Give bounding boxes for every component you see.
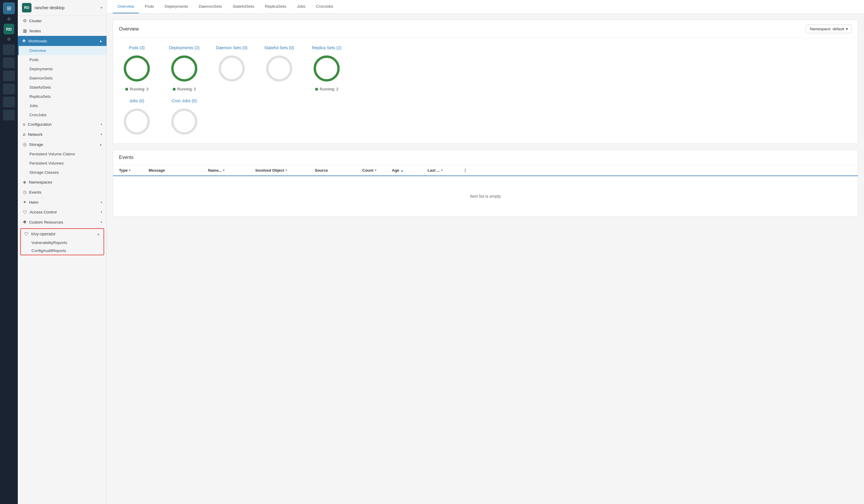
- tab-pods[interactable]: Pods: [140, 0, 159, 13]
- events-table-header: Type ▾ Message Name... ▾ Involved Object…: [113, 165, 858, 176]
- replicasets-circle: [312, 54, 341, 83]
- workload-replicasets: Replica Sets (2) Running: 2: [309, 45, 345, 91]
- tab-daemonsets[interactable]: DaemonSets: [194, 0, 227, 13]
- th-type[interactable]: Type ▾: [119, 168, 149, 173]
- sidebar-item-deployments[interactable]: Deployments: [18, 64, 107, 74]
- statefulsets-link[interactable]: Stateful Sets (0): [264, 45, 294, 50]
- tab-deployments[interactable]: Deployments: [160, 0, 193, 13]
- trivy-shield-icon: 🛡: [24, 231, 29, 236]
- th-name[interactable]: Name... ▾: [208, 168, 255, 173]
- tab-statefulsets[interactable]: StatefulSets: [228, 0, 259, 13]
- sidebar-item-config-audit-reports[interactable]: ConfigAuditReports: [21, 247, 104, 255]
- tab-overview[interactable]: Overview: [113, 0, 139, 13]
- sidebar-item-label: Namespaces: [29, 180, 52, 184]
- sidebar-item-cluster[interactable]: ⚙ Cluster: [18, 16, 107, 26]
- sidebar-item-label: Network: [28, 132, 43, 137]
- jobs-link[interactable]: Jobs (0): [129, 98, 144, 103]
- pods-link[interactable]: Pods (3): [129, 45, 145, 50]
- replicasets-status-dot: [315, 88, 318, 91]
- sidebar-item-jobs[interactable]: Jobs: [18, 101, 107, 110]
- sidebar-item-storage-classes[interactable]: Storage Classes: [18, 168, 107, 177]
- deployments-link[interactable]: Deployments (2): [169, 45, 200, 50]
- namespace-dropdown-icon: ▾: [846, 27, 848, 31]
- sidebar-item-configuration[interactable]: ≡ Configuration ▾: [18, 120, 107, 129]
- sidebar-item-namespaces[interactable]: ◈ Namespaces: [18, 177, 107, 187]
- sidebar-item-custom-resources[interactable]: ✱ Custom Resources ▾: [18, 217, 107, 227]
- namespace-dropdown[interactable]: Namespace: default ▾: [806, 25, 852, 33]
- sidebar-item-label: Helm: [29, 200, 38, 205]
- configuration-caret-icon: ▾: [100, 122, 103, 126]
- tab-jobs[interactable]: Jobs: [292, 0, 310, 13]
- svg-point-3: [172, 57, 196, 80]
- sidebar-item-nodes[interactable]: ▦ Nodes: [18, 26, 107, 36]
- sidebar-item-statefulsets[interactable]: StatefulSets: [18, 83, 107, 92]
- workloads-grid: Pods (3) Running: 3 Deployments (2): [113, 38, 858, 98]
- sidebar-item-events[interactable]: ◷ Events: [18, 187, 107, 197]
- sidebar-item-storage[interactable]: ◎ Storage ▲: [18, 139, 107, 149]
- sidebar-dropdown-icon[interactable]: ▾: [100, 5, 103, 10]
- events-title: Events: [113, 150, 858, 165]
- tab-replicasets[interactable]: ReplicaSets: [260, 0, 291, 13]
- sidebar-placeholder-4: [3, 84, 15, 94]
- storage-icon: ◎: [23, 142, 27, 147]
- events-panel: Events Type ▾ Message Name... ▾ Involved…: [113, 150, 858, 217]
- workload-deployments: Deployments (2) Running: 2: [166, 45, 202, 91]
- th-age[interactable]: Age ▲: [392, 168, 428, 173]
- th-involved-object[interactable]: Involved Object ▾: [255, 168, 315, 173]
- th-name-sort-icon: ▾: [223, 168, 225, 172]
- network-icon: ⌀: [23, 132, 25, 137]
- trivy-caret-icon: ▲: [97, 232, 100, 236]
- access-control-icon: 🛡: [23, 210, 27, 214]
- deployments-circle: [169, 54, 199, 83]
- svg-point-4: [220, 57, 243, 80]
- overview-panel-header: Overview Namespace: default ▾: [113, 20, 858, 38]
- user-gear-icon[interactable]: ⚙: [3, 36, 14, 43]
- grid-icon-btn[interactable]: ⊞: [3, 2, 15, 14]
- sidebar-item-access-control[interactable]: 🛡 Access Control ▾: [18, 207, 107, 217]
- th-name-label: Name...: [208, 168, 221, 173]
- overview-title: Overview: [119, 26, 139, 32]
- th-last[interactable]: Last ... ▾: [428, 168, 463, 173]
- sidebar-item-vulnerability-reports[interactable]: VulnerabilityReports: [21, 239, 104, 247]
- sidebar-item-daemonsets[interactable]: DaemonSets: [18, 74, 107, 83]
- sidebar-placeholder-6: [3, 110, 15, 120]
- workloads-grid-row2: Jobs (0) Cron Jobs (0): [113, 98, 858, 144]
- sidebar-item-trivy-operator[interactable]: 🛡 trivy-operator ▲: [21, 229, 104, 239]
- main-content: Overview Pods Deployments DaemonSets Sta…: [107, 0, 864, 504]
- replicasets-status: Running: 2: [315, 87, 338, 91]
- deployments-status-dot: [173, 88, 176, 91]
- sidebar-item-label: Custom Resources: [29, 220, 63, 224]
- cronjobs-link[interactable]: Cron Jobs (0): [172, 98, 197, 103]
- th-more[interactable]: ⋮: [463, 168, 475, 173]
- cluster-icon: ⚙: [23, 18, 27, 23]
- th-count[interactable]: Count ▾: [362, 168, 392, 173]
- daemonsets-link[interactable]: Daemon Sets (0): [216, 45, 248, 50]
- tab-cronjobs[interactable]: CronJobs: [311, 0, 338, 13]
- sidebar-item-label: Cluster: [29, 19, 42, 23]
- deployments-status: Running: 2: [173, 87, 196, 91]
- th-message: Message: [149, 168, 208, 173]
- sidebar-item-pv[interactable]: Persistent Volumes: [18, 159, 107, 168]
- events-icon: ◷: [23, 189, 27, 195]
- sidebar-item-network[interactable]: ⌀ Network ▾: [18, 129, 107, 139]
- sidebar-item-pvc[interactable]: Persistent Volume Claims: [18, 149, 107, 159]
- replicasets-link[interactable]: Replica Sets (2): [312, 45, 341, 50]
- access-control-caret-icon: ▾: [100, 210, 103, 214]
- sidebar-item-helm[interactable]: ✦ Helm ▾: [18, 197, 107, 207]
- sidebar-item-workloads[interactable]: ❖ Workloads ▲: [18, 36, 107, 46]
- gear-icon-btn[interactable]: ⚙: [3, 15, 14, 23]
- sidebar-item-overview[interactable]: Overview: [18, 46, 107, 55]
- sidebar-item-cronjobs[interactable]: CronJobs: [18, 110, 107, 120]
- th-last-label: Last ...: [428, 168, 440, 173]
- svg-point-7: [315, 57, 338, 80]
- sidebar-item-replicasets[interactable]: ReplicaSets: [18, 92, 107, 101]
- storage-caret-icon: ▲: [99, 143, 103, 146]
- pods-running-label: Running: 3: [130, 87, 149, 91]
- th-type-label: Type: [119, 168, 128, 173]
- user-avatar-icon-bar[interactable]: RD: [3, 24, 14, 34]
- th-source-label: Source: [315, 168, 328, 173]
- th-age-label: Age: [392, 168, 399, 173]
- sidebar-placeholder-1: [3, 45, 15, 55]
- sidebar-item-label: ReplicaSets: [29, 94, 51, 99]
- sidebar-item-pods[interactable]: Pods: [18, 55, 107, 64]
